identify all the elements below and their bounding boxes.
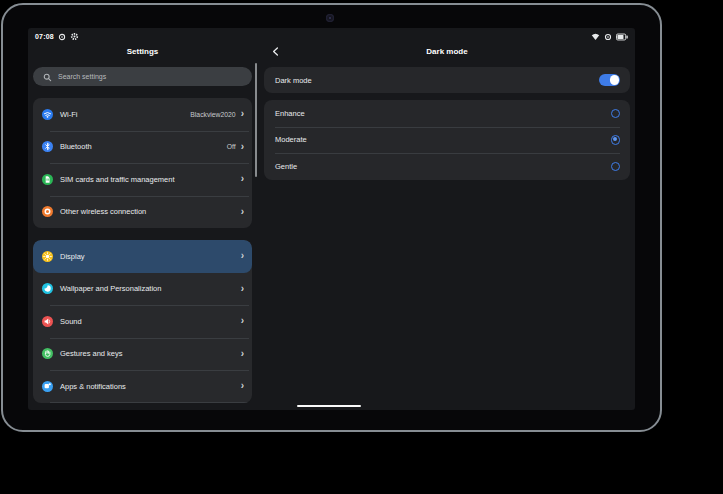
chevron-right-icon: › bbox=[241, 316, 244, 328]
option-enhance[interactable]: Enhance bbox=[264, 100, 630, 127]
chevron-right-icon: › bbox=[241, 141, 244, 153]
hand-icon bbox=[42, 348, 53, 359]
bluetooth-icon bbox=[42, 141, 53, 152]
toggle-label: Dark mode bbox=[275, 76, 599, 85]
chevron-right-icon: › bbox=[241, 251, 244, 263]
item-label: Bluetooth bbox=[60, 142, 227, 151]
search-placeholder: Search settings bbox=[58, 73, 106, 80]
tablet-frame: 07:08 bbox=[1, 3, 662, 432]
wireless-ring-icon bbox=[42, 206, 53, 217]
settings-split-view: Settings Search settings Wi bbox=[28, 42, 635, 410]
dark-mode-pane: Dark mode Dark mode Enhance bbox=[256, 42, 635, 410]
settings-item-apps[interactable]: Apps & notifications › bbox=[33, 370, 252, 403]
battery-icon bbox=[616, 33, 628, 41]
page-title: Settings bbox=[33, 42, 252, 60]
search-icon bbox=[43, 68, 52, 86]
dark-mode-options-card: Enhance Moderate Gentle bbox=[264, 100, 630, 180]
dark-mode-switch[interactable] bbox=[599, 74, 620, 86]
settings-item-wallpaper[interactable]: Wallpaper and Personalization › bbox=[33, 273, 252, 306]
radio-button[interactable] bbox=[611, 109, 621, 119]
chevron-right-icon: › bbox=[241, 206, 244, 218]
settings-list-pane: Settings Search settings Wi bbox=[28, 42, 256, 410]
wifi-icon bbox=[42, 109, 53, 120]
option-label: Moderate bbox=[275, 135, 611, 144]
apps-icon bbox=[42, 381, 53, 392]
item-label: SIM cards and traffic management bbox=[60, 175, 241, 184]
chevron-right-icon: › bbox=[241, 109, 244, 121]
settings-item-sound[interactable]: Sound › bbox=[33, 305, 252, 338]
data-saver-icon bbox=[58, 33, 66, 41]
option-gentle[interactable]: Gentle bbox=[264, 153, 630, 180]
home-indicator[interactable] bbox=[297, 405, 361, 408]
eye-comfort-icon bbox=[604, 33, 612, 41]
chevron-right-icon: › bbox=[241, 283, 244, 295]
item-label: Apps & notifications bbox=[60, 382, 241, 391]
connectivity-card: Wi-Fi Blackview2020 › Bluetooth Off › bbox=[33, 98, 252, 228]
wallpaper-swirl-icon bbox=[42, 283, 53, 294]
status-bar: 07:08 bbox=[28, 28, 635, 42]
chevron-right-icon: › bbox=[241, 174, 244, 186]
settings-item-display[interactable]: Display › bbox=[33, 240, 252, 273]
speaker-icon bbox=[42, 316, 53, 327]
radio-button[interactable] bbox=[611, 135, 621, 145]
gear-icon bbox=[70, 32, 79, 41]
back-button[interactable] bbox=[269, 45, 281, 57]
personalization-card: Display › Wallpaper and Personalization … bbox=[33, 240, 252, 403]
item-label: Sound bbox=[60, 317, 241, 326]
settings-item-wifi[interactable]: Wi-Fi Blackview2020 › bbox=[33, 98, 252, 131]
settings-item-gestures[interactable]: Gestures and keys › bbox=[33, 338, 252, 371]
sun-icon bbox=[42, 251, 53, 262]
tablet-screen: 07:08 bbox=[28, 28, 635, 410]
detail-header: Dark mode bbox=[264, 42, 630, 60]
option-moderate[interactable]: Moderate bbox=[264, 127, 630, 154]
settings-item-other-wireless[interactable]: Other wireless connection › bbox=[33, 196, 252, 229]
radio-button[interactable] bbox=[611, 162, 621, 172]
option-label: Gentle bbox=[275, 162, 611, 171]
option-label: Enhance bbox=[275, 109, 611, 118]
front-camera bbox=[326, 14, 334, 22]
chevron-right-icon: › bbox=[241, 348, 244, 360]
chevron-right-icon: › bbox=[241, 381, 244, 393]
settings-item-bluetooth[interactable]: Bluetooth Off › bbox=[33, 131, 252, 164]
item-label: Display bbox=[60, 252, 241, 261]
settings-item-sim-cards[interactable]: SIM cards and traffic management › bbox=[33, 163, 252, 196]
item-label: Wi-Fi bbox=[60, 110, 190, 119]
dark-mode-toggle-card: Dark mode bbox=[264, 67, 630, 93]
clock: 07:08 bbox=[35, 33, 54, 40]
item-value: Blackview2020 bbox=[190, 111, 235, 118]
search-input[interactable]: Search settings bbox=[33, 67, 252, 86]
item-label: Gestures and keys bbox=[60, 349, 241, 358]
dark-mode-toggle-row[interactable]: Dark mode bbox=[264, 67, 630, 93]
item-value: Off bbox=[227, 143, 236, 150]
wifi-icon bbox=[591, 33, 600, 41]
sim-card-icon bbox=[42, 174, 53, 185]
desktop-background: 07:08 bbox=[0, 0, 723, 494]
item-label: Other wireless connection bbox=[60, 207, 241, 216]
item-label: Wallpaper and Personalization bbox=[60, 284, 241, 293]
detail-title: Dark mode bbox=[264, 42, 630, 60]
